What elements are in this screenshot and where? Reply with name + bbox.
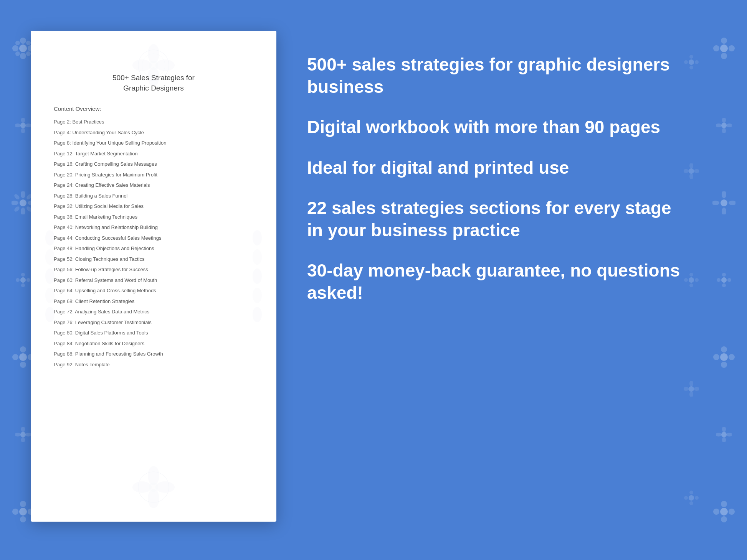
svg-point-124 — [253, 288, 262, 303]
toc-item: Page 88: Planning and Forecasting Sales … — [54, 350, 253, 358]
feature-item: 22 sales strategies sections for every s… — [307, 197, 686, 241]
svg-point-109 — [149, 61, 158, 70]
svg-point-114 — [132, 481, 152, 493]
svg-point-119 — [45, 288, 55, 303]
svg-point-121 — [253, 230, 262, 245]
feature-item: Digital workbook with more than 90 pages — [307, 116, 686, 138]
toc-item: Page 2: Best Practices — [54, 118, 253, 126]
toc-item: Page 44: Conducting Successful Sales Mee… — [54, 234, 253, 242]
toc-item: Page 68: Client Retention Strategies — [54, 298, 253, 305]
toc-item: Page 36: Email Marketing Techniques — [54, 213, 253, 221]
toc-item: Page 4: Understanding Your Sales Cycle — [54, 129, 253, 137]
toc-item: Page 16: Crafting Compelling Sales Messa… — [54, 160, 253, 168]
svg-point-108 — [132, 59, 152, 71]
svg-point-115 — [149, 483, 158, 492]
feature-item: Ideal for digital and printed use — [307, 157, 686, 179]
svg-point-112 — [155, 481, 175, 493]
svg-point-125 — [253, 307, 262, 322]
toc-item: Page 52: Closing Techniques and Tactics — [54, 255, 253, 263]
features-panel: 500+ sales strategies for graphic design… — [307, 23, 716, 304]
toc-item: Page 48: Handling Objections and Rejecti… — [54, 245, 253, 252]
toc-item: Page 72: Analyzing Sales Data and Metric… — [54, 308, 253, 316]
toc-item: Page 8: Identifying Your Unique Selling … — [54, 139, 253, 147]
toc-item: Page 56: Follow-up Strategies for Succes… — [54, 266, 253, 273]
toc-item: Page 80: Digital Sales Platforms and Too… — [54, 329, 253, 337]
overview-heading: Content Overview: — [54, 105, 253, 112]
svg-point-123 — [253, 268, 262, 284]
toc-item: Page 64: Upselling and Cross-selling Met… — [54, 287, 253, 295]
svg-point-120 — [45, 307, 55, 322]
svg-point-118 — [45, 268, 55, 284]
table-of-contents: Page 2: Best PracticesPage 4: Understand… — [54, 118, 253, 368]
document-title: 500+ Sales Strategies for Graphic Design… — [54, 73, 253, 93]
svg-point-111 — [148, 466, 159, 485]
feature-item: 30-day money-back guarantee, no question… — [307, 260, 686, 304]
svg-point-106 — [155, 59, 175, 71]
toc-item: Page 24: Creating Effective Sales Materi… — [54, 181, 253, 189]
document-mockup: 500+ Sales Strategies for Graphic Design… — [31, 31, 276, 522]
toc-item: Page 92: Notes Template — [54, 361, 253, 369]
svg-point-110 — [138, 472, 169, 502]
svg-point-122 — [253, 249, 262, 265]
main-content: 500+ Sales Strategies for Graphic Design… — [0, 0, 747, 560]
toc-item: Page 32: Utilizing Social Media for Sale… — [54, 203, 253, 210]
svg-point-117 — [45, 249, 55, 265]
toc-item: Page 60: Referral Systems and Word of Mo… — [54, 277, 253, 284]
toc-item: Page 84: Negotiation Skills for Designer… — [54, 340, 253, 348]
toc-item: Page 20: Pricing Strategies for Maximum … — [54, 171, 253, 179]
feature-item: 500+ sales strategies for graphic design… — [307, 54, 686, 98]
svg-point-105 — [148, 44, 159, 63]
toc-item: Page 28: Building a Sales Funnel — [54, 192, 253, 200]
toc-item: Page 40: Networking and Relationship Bui… — [54, 224, 253, 231]
svg-point-113 — [148, 489, 159, 508]
doc-watermark-bottom — [96, 464, 211, 510]
toc-item: Page 76: Leveraging Customer Testimonial… — [54, 319, 253, 326]
svg-point-116 — [45, 230, 55, 245]
toc-item: Page 12: Target Market Segmentation — [54, 150, 253, 158]
